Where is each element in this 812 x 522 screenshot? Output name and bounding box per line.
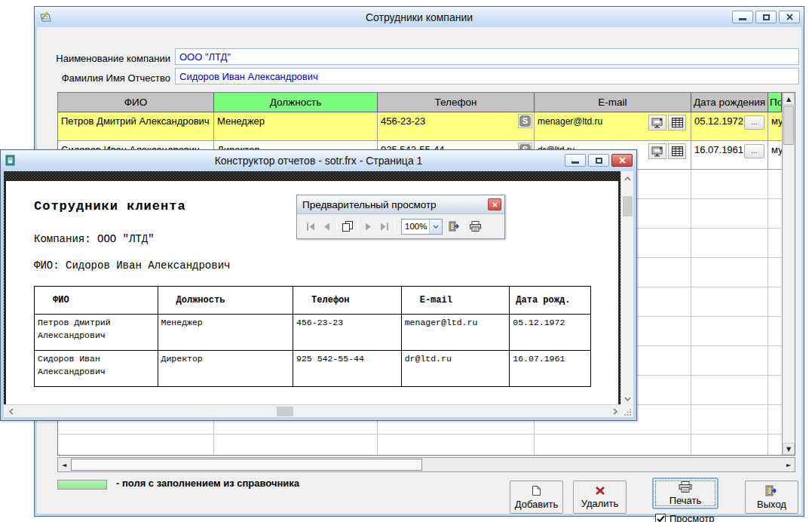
preview-checkbox[interactable] <box>655 514 666 522</box>
printer-icon <box>678 481 693 493</box>
report-col-fio: ФИО <box>35 287 158 314</box>
toolbar-separator <box>357 219 358 234</box>
person-name-label: Фамилия Имя Отчество <box>44 72 170 84</box>
report-cell: menager@ltd.ru <box>402 314 510 350</box>
report-vertical-scrollbar[interactable] <box>620 171 633 406</box>
checkmark-icon <box>657 515 665 522</box>
skype-icon: S <box>519 115 531 127</box>
prev-page-button[interactable] <box>318 218 334 235</box>
report-fio-line: ФИО: Сидоров Иван Александрович <box>34 259 230 272</box>
zoom-dropdown-button[interactable] <box>429 220 442 234</box>
preview-toolbar-window: Предварительный просмотр 100% <box>296 195 505 239</box>
grid-vertical-scrollbar[interactable]: ▲ ▼ <box>782 93 795 455</box>
phone-cell[interactable]: 456-23-23 S <box>378 112 535 141</box>
delete-button[interactable]: Удалить <box>573 481 627 514</box>
exit-button-label: Выход <box>757 499 786 510</box>
report-cell: 16.07.1961 <box>510 350 590 386</box>
new-document-icon <box>532 485 541 496</box>
resize-grip[interactable] <box>620 404 633 417</box>
copy-pages-button[interactable] <box>339 218 355 235</box>
report-minimize-button[interactable] <box>565 154 586 167</box>
report-cell: Менеджер <box>158 314 294 350</box>
col-header-position[interactable]: Должность <box>214 93 378 112</box>
gender-cell[interactable]: муж <box>768 112 782 141</box>
send-email-button[interactable] <box>648 115 666 130</box>
first-page-icon <box>306 223 315 231</box>
report-cell: Директор <box>158 350 294 386</box>
send-email-button[interactable] <box>648 143 666 159</box>
employees-titlebar[interactable]: Сотрудники компании <box>35 7 804 27</box>
scroll-down-button[interactable]: ▼ <box>783 443 795 455</box>
close-preview-button[interactable] <box>446 218 462 235</box>
scroll-right-button[interactable]: ► <box>783 458 795 471</box>
grid-header-row: ФИО Должность Телефон E-mail Дата рожден… <box>58 93 795 112</box>
position-cell[interactable]: Менеджер <box>214 112 378 141</box>
zoom-value: 100% <box>402 222 429 231</box>
last-page-button[interactable] <box>376 218 392 235</box>
preview-checkbox-label[interactable]: Просмотр <box>670 513 714 522</box>
birthdate-cell[interactable]: 16.07.1961 ... <box>691 141 768 170</box>
zoom-combobox[interactable]: 100% <box>401 219 443 235</box>
report-close-button[interactable] <box>611 154 633 167</box>
add-button[interactable]: Добавить <box>510 481 563 514</box>
horizontal-scroll-thumb[interactable] <box>71 459 422 471</box>
report-horizontal-scrollbar[interactable] <box>4 404 622 417</box>
report-cell: 05.12.1972 <box>510 314 590 350</box>
monitor-icon <box>651 146 663 157</box>
next-page-button[interactable] <box>360 218 376 235</box>
birthdate-ellipsis-button[interactable]: ... <box>744 144 765 158</box>
maximize-button[interactable] <box>755 11 777 23</box>
scroll-up-button[interactable] <box>621 173 633 184</box>
col-header-birthdate[interactable]: Дата рождения <box>691 93 768 112</box>
col-header-gender[interactable]: Пол <box>768 93 782 112</box>
vertical-scroll-thumb[interactable] <box>783 106 794 145</box>
person-name-input[interactable] <box>175 68 799 84</box>
report-maximize-button[interactable] <box>588 154 609 167</box>
window-title: Сотрудники компании <box>35 11 804 23</box>
preview-close-button[interactable] <box>488 198 501 210</box>
close-button[interactable] <box>779 11 800 23</box>
report-window-title: Конструктор отчетов - sotr.frx - Страниц… <box>1 155 636 167</box>
print-button[interactable]: Печать <box>652 477 719 509</box>
report-titlebar[interactable]: Конструктор отчетов - sotr.frx - Страниц… <box>1 150 636 170</box>
birthdate-cell[interactable]: 05.12.1972 ... <box>691 112 768 141</box>
scroll-down-button[interactable] <box>621 393 633 404</box>
minimize-icon <box>739 18 746 20</box>
next-page-icon <box>365 223 372 231</box>
vertical-scroll-thumb[interactable] <box>623 196 633 216</box>
email-list-button[interactable] <box>668 143 686 159</box>
email-list-button[interactable] <box>668 115 686 130</box>
scroll-right-button[interactable] <box>609 405 620 417</box>
col-header-phone[interactable]: Телефон <box>378 93 535 112</box>
report-col-email: E-mail <box>402 287 510 314</box>
report-cell: dr@ltd.ru <box>402 350 510 386</box>
preview-toolbar-titlebar[interactable]: Предварительный просмотр <box>297 195 504 214</box>
horizontal-scroll-thumb[interactable] <box>277 407 293 416</box>
company-name-input[interactable] <box>175 48 799 65</box>
phone-value: 456-23-23 <box>381 115 425 127</box>
col-header-email[interactable]: E-mail <box>535 93 691 112</box>
report-cell: Петров Дмитрий Александрович <box>35 314 158 350</box>
toolbar-separator <box>336 219 337 234</box>
close-icon <box>492 202 498 207</box>
gender-cell[interactable]: муж <box>768 141 782 170</box>
scroll-left-button[interactable] <box>5 405 17 417</box>
grid-horizontal-scrollbar[interactable]: ◄ ► <box>57 457 795 472</box>
scroll-left-button[interactable]: ◄ <box>58 458 70 471</box>
minimize-button[interactable] <box>732 11 753 23</box>
employee-row[interactable]: Петров Дмитрий Александрович Менеджер 45… <box>58 112 795 141</box>
monitor-icon <box>651 118 663 128</box>
fio-cell[interactable]: Петров Дмитрий Александрович <box>58 112 214 141</box>
skype-call-button[interactable]: S <box>518 114 532 128</box>
email-cell[interactable]: menager@ltd.ru <box>535 112 691 141</box>
birthdate-ellipsis-button[interactable]: ... <box>744 115 765 130</box>
report-table-row: Петров Дмитрий Александрович Менеджер 45… <box>35 314 590 350</box>
col-header-fio[interactable]: ФИО <box>58 93 214 112</box>
exit-button[interactable]: Выход <box>745 481 798 514</box>
report-cell: Сидоров Иван Александрович <box>35 350 158 386</box>
first-page-button[interactable] <box>302 218 318 235</box>
red-x-icon <box>595 486 605 496</box>
print-report-button[interactable] <box>467 218 483 235</box>
close-icon <box>786 14 793 20</box>
scroll-up-button[interactable]: ▲ <box>783 93 795 105</box>
